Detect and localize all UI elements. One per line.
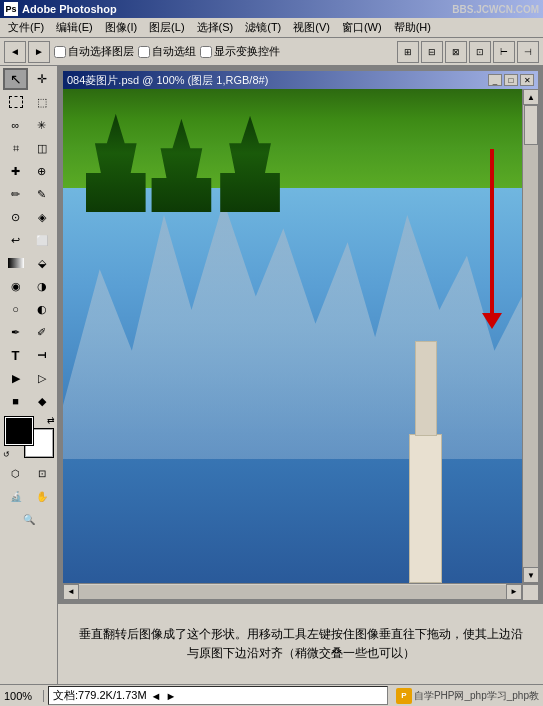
nav-back-button[interactable]: ◄ xyxy=(4,41,26,63)
move-icon: ↖ xyxy=(10,71,22,87)
tool-row-3: ∞ ✳ xyxy=(3,114,54,136)
vertical-scrollbar[interactable]: ▲ ▼ xyxy=(522,89,538,583)
direct-select-tool[interactable]: ▷ xyxy=(29,367,54,389)
burn-tool[interactable]: ◐ xyxy=(29,298,54,320)
ellipse-select-tool[interactable]: ⬚ xyxy=(29,91,54,113)
patch-tool[interactable]: ⊕ xyxy=(29,160,54,182)
scroll-thumb-vertical[interactable] xyxy=(524,105,538,145)
dodge-tool[interactable]: ○ xyxy=(3,298,28,320)
menu-window[interactable]: 窗口(W) xyxy=(336,18,388,37)
pencil-tool[interactable]: ✎ xyxy=(29,183,54,205)
close-button[interactable]: ✕ xyxy=(520,74,534,86)
palette-btn-5[interactable]: ⊢ xyxy=(493,41,515,63)
text-tool[interactable]: T xyxy=(3,344,28,366)
lasso-tool[interactable]: ∞ xyxy=(3,114,28,136)
screen-mode-icon: ⊡ xyxy=(38,468,46,479)
gradient-icon xyxy=(8,258,24,268)
menu-edit[interactable]: 编辑(E) xyxy=(50,18,99,37)
fg-color-swatch[interactable] xyxy=(5,417,33,445)
rect-select-tool[interactable] xyxy=(3,91,28,113)
slice-tool[interactable]: ◫ xyxy=(29,137,54,159)
tool-row-7: ⊙ ◈ xyxy=(3,206,54,228)
custom-shape-tool[interactable]: ◆ xyxy=(29,390,54,412)
horizontal-scrollbar[interactable]: ◄ ► xyxy=(63,584,522,599)
paint-bucket-tool[interactable]: ⬙ xyxy=(29,252,54,274)
screen-mode-tool[interactable]: ⊡ xyxy=(29,462,54,484)
hand-tool[interactable]: ✋ xyxy=(29,485,54,507)
freeform-pen-tool[interactable]: ✐ xyxy=(29,321,54,343)
nav-fwd-button[interactable]: ► xyxy=(28,41,50,63)
reset-colors-icon[interactable]: ↺ xyxy=(3,450,10,459)
scroll-up-button[interactable]: ▲ xyxy=(523,89,538,105)
red-arrow xyxy=(482,149,502,329)
tool-row-6: ✏ ✎ xyxy=(3,183,54,205)
palette-btn-4[interactable]: ⊡ xyxy=(469,41,491,63)
document-title: 084菱图片.psd @ 100% (图层 1,RGB/8#) xyxy=(67,73,488,88)
gradient-tool[interactable] xyxy=(3,252,28,274)
doc-window-buttons: _ □ ✕ xyxy=(488,74,534,86)
scroll-track-vertical[interactable] xyxy=(523,105,538,567)
shape-icon: ■ xyxy=(12,395,19,407)
menu-help[interactable]: 帮助(H) xyxy=(388,18,437,37)
smudge-icon: ◑ xyxy=(37,280,47,293)
history-icon: ↩ xyxy=(11,234,20,247)
menu-view[interactable]: 视图(V) xyxy=(287,18,336,37)
smudge-tool[interactable]: ◑ xyxy=(29,275,54,297)
pen-icon: ✒ xyxy=(11,326,20,339)
move-tool-2[interactable]: ✛ xyxy=(29,68,54,90)
document-window: 084菱图片.psd @ 100% (图层 1,RGB/8#) _ □ ✕ xyxy=(62,70,539,600)
nav-right-arrow[interactable]: ► xyxy=(165,690,176,702)
zoom-tool[interactable]: 🔍 xyxy=(16,508,41,530)
crop-icon: ⌗ xyxy=(13,142,19,155)
eyedrop-tool[interactable]: 🔬 xyxy=(3,485,28,507)
scroll-track-horizontal[interactable] xyxy=(79,585,506,599)
eraser-tool[interactable]: ⬜ xyxy=(29,229,54,251)
menu-image[interactable]: 图像(I) xyxy=(99,18,143,37)
palette-btn-1[interactable]: ⊞ xyxy=(397,41,419,63)
scroll-right-button[interactable]: ► xyxy=(506,584,522,600)
quick-mask-tool[interactable]: ⬡ xyxy=(3,462,28,484)
zoom-level[interactable]: 100% xyxy=(4,690,44,702)
php-logo-area: P 自学PHP网_php学习_php教 xyxy=(396,688,539,704)
menu-filter[interactable]: 滤镜(T) xyxy=(239,18,287,37)
auto-select-layer-checkbox[interactable] xyxy=(54,46,66,58)
magic-wand-tool[interactable]: ✳ xyxy=(29,114,54,136)
restore-button[interactable]: □ xyxy=(504,74,518,86)
menu-file[interactable]: 文件(F) xyxy=(2,18,50,37)
swap-colors-icon[interactable]: ⇄ xyxy=(47,415,55,425)
nav-left-arrow[interactable]: ◄ xyxy=(151,690,162,702)
patch-icon: ⊕ xyxy=(37,165,46,178)
palette-btn-6[interactable]: ⊣ xyxy=(517,41,539,63)
nav-buttons: ◄ ► xyxy=(4,41,50,63)
auto-select-group-checkbox[interactable] xyxy=(138,46,150,58)
scroll-down-button[interactable]: ▼ xyxy=(523,567,538,583)
crop-tool[interactable]: ⌗ xyxy=(3,137,28,159)
burn-icon: ◐ xyxy=(37,303,47,316)
path-select-tool[interactable]: ▶ xyxy=(3,367,28,389)
image-canvas[interactable] xyxy=(63,89,522,583)
arrow-head xyxy=(482,313,502,329)
move-tool[interactable]: ↖ xyxy=(3,68,28,90)
tool-row-15: ■ ◆ xyxy=(3,390,54,412)
pattern-stamp-tool[interactable]: ◈ xyxy=(29,206,54,228)
palette-btn-2[interactable]: ⊟ xyxy=(421,41,443,63)
scroll-left-button[interactable]: ◄ xyxy=(63,584,79,600)
blur-tool[interactable]: ◉ xyxy=(3,275,28,297)
brush-tool[interactable]: ✏ xyxy=(3,183,28,205)
tool-row-10: ◉ ◑ xyxy=(3,275,54,297)
history-tool[interactable]: ↩ xyxy=(3,229,28,251)
heal-tool[interactable]: ✚ xyxy=(3,160,28,182)
paint-bucket-icon: ⬙ xyxy=(38,257,46,270)
php-logo-icon: P xyxy=(396,688,412,704)
tool-row-12: ✒ ✐ xyxy=(3,321,54,343)
shape-tool[interactable]: ■ xyxy=(3,390,28,412)
show-transform-checkbox[interactable] xyxy=(200,46,212,58)
file-info: 文档:779.2K/1.73M ◄ ► xyxy=(48,686,388,705)
menu-select[interactable]: 选择(S) xyxy=(191,18,240,37)
vertical-text-tool[interactable]: T xyxy=(29,344,54,366)
menu-layer[interactable]: 图层(L) xyxy=(143,18,190,37)
minimize-button[interactable]: _ xyxy=(488,74,502,86)
stamp-tool[interactable]: ⊙ xyxy=(3,206,28,228)
pen-tool[interactable]: ✒ xyxy=(3,321,28,343)
palette-btn-3[interactable]: ⊠ xyxy=(445,41,467,63)
